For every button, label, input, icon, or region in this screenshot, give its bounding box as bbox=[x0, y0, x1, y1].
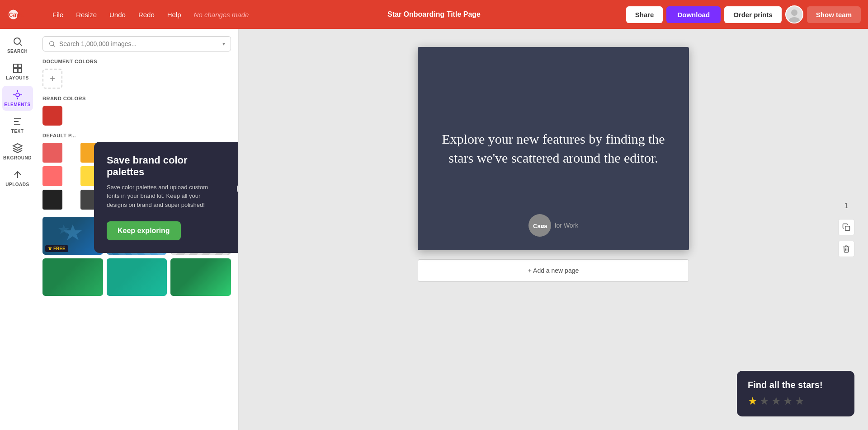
palette-swatch[interactable] bbox=[42, 166, 62, 186]
top-navigation: Ca nva File Resize Undo Redo Help No cha… bbox=[0, 0, 868, 29]
nav-redo[interactable]: Redo bbox=[133, 7, 160, 22]
order-prints-button[interactable]: Order prints bbox=[724, 6, 782, 23]
svg-point-4 bbox=[791, 9, 797, 16]
nav-resize[interactable]: Resize bbox=[71, 7, 102, 22]
svg-point-6 bbox=[14, 38, 20, 44]
copy-page-button[interactable] bbox=[838, 219, 854, 235]
palette-swatch-black[interactable] bbox=[42, 190, 62, 210]
canva-watermark-logo: Can va bbox=[528, 214, 551, 237]
page-number: 1 bbox=[838, 202, 854, 210]
bg-tile[interactable] bbox=[170, 258, 231, 296]
sidebar-uploads-label: UPLOADS bbox=[5, 182, 29, 187]
star-4: ★ bbox=[783, 395, 793, 407]
svg-point-12 bbox=[16, 93, 19, 97]
free-badge: ♛ FREE bbox=[45, 245, 68, 252]
sidebar-elements-label: ELEMENTS bbox=[4, 102, 30, 107]
brand-color-swatch[interactable] bbox=[42, 106, 62, 126]
chevron-down-icon: ▾ bbox=[222, 41, 225, 47]
nav-right-actions: Share Download Order prints Show team bbox=[626, 5, 861, 23]
astronaut-illustration bbox=[226, 154, 239, 213]
svg-text:va: va bbox=[541, 223, 547, 229]
show-team-button[interactable]: Show team bbox=[807, 6, 861, 23]
sidebar-item-search[interactable]: SEARCH bbox=[2, 33, 33, 57]
svg-text:nva: nva bbox=[15, 12, 24, 18]
canvas-page[interactable]: Explore your new features by finding the… bbox=[418, 47, 689, 250]
crown-icon: ♛ bbox=[48, 246, 52, 251]
nav-file[interactable]: File bbox=[47, 7, 69, 22]
svg-rect-11 bbox=[18, 69, 22, 72]
user-avatar[interactable] bbox=[785, 5, 803, 23]
document-title: Star Onboarding Title Page bbox=[387, 10, 481, 19]
star-2: ★ bbox=[760, 395, 769, 407]
svg-point-21 bbox=[236, 183, 239, 198]
sidebar-item-uploads[interactable]: UPLOADS bbox=[2, 166, 33, 191]
search-input[interactable] bbox=[59, 40, 219, 47]
svg-rect-8 bbox=[14, 64, 17, 68]
canvas-area: Explore your new features by finding the… bbox=[239, 29, 868, 430]
sidebar-icons: SEARCH LAYOUTS ELEMENTS TEXT bbox=[0, 29, 35, 430]
sidebar-item-text[interactable]: TEXT bbox=[2, 112, 33, 137]
sidebar-item-bkground[interactable]: BKGROUND bbox=[2, 139, 33, 164]
star-3: ★ bbox=[771, 395, 781, 407]
palette-swatch[interactable] bbox=[42, 143, 62, 163]
copy-icon bbox=[842, 223, 850, 231]
add-color-button[interactable]: + bbox=[42, 69, 62, 89]
bg-tile[interactable] bbox=[107, 258, 167, 296]
brand-color-popup: Save brand color palettes Save color pal… bbox=[94, 142, 239, 253]
image-search-bar[interactable]: ▾ bbox=[42, 36, 231, 51]
star-5: ★ bbox=[795, 395, 805, 407]
document-colors-label: DOCUMENT COLORS bbox=[42, 59, 231, 64]
canvas-watermark: Can va for Work bbox=[528, 214, 579, 237]
canvas-page-text: Explore your new features by finding the… bbox=[418, 130, 689, 168]
share-button[interactable]: Share bbox=[626, 6, 663, 23]
canva-logo[interactable]: Ca nva bbox=[7, 6, 43, 23]
brand-colors-label: BRAND COLORS bbox=[42, 96, 231, 101]
popup-content: Save brand color palettes Save color pal… bbox=[107, 154, 239, 213]
svg-line-7 bbox=[19, 44, 21, 46]
brand-colors-section: BRAND COLORS bbox=[42, 96, 231, 126]
no-changes-status: No changes made bbox=[189, 7, 255, 22]
sidebar-text-label: TEXT bbox=[11, 129, 24, 134]
stars-row: ★ ★ ★ ★ ★ bbox=[748, 395, 844, 407]
colors-panel: ▾ DOCUMENT COLORS + BRAND COLORS DEFAULT… bbox=[35, 29, 239, 430]
svg-point-13 bbox=[50, 42, 54, 46]
nav-help[interactable]: Help bbox=[162, 7, 187, 22]
default-palettes-label: DEFAULT P... bbox=[42, 133, 231, 138]
search-icon bbox=[48, 40, 56, 47]
nav-undo[interactable]: Undo bbox=[104, 7, 131, 22]
stars-toast-title: Find all the stars! bbox=[748, 380, 844, 390]
svg-rect-32 bbox=[845, 226, 850, 231]
svg-rect-10 bbox=[14, 69, 17, 72]
keep-exploring-button[interactable]: Keep exploring bbox=[107, 221, 181, 240]
sidebar-search-label: SEARCH bbox=[7, 49, 28, 54]
sidebar-layouts-label: LAYOUTS bbox=[6, 75, 28, 80]
bg-tile[interactable] bbox=[42, 258, 103, 296]
popup-description: Save color palettes and upload custom fo… bbox=[107, 183, 219, 210]
stars-toast: Find all the stars! ★ ★ ★ ★ ★ bbox=[737, 371, 854, 416]
add-new-page-button[interactable]: + Add a new page bbox=[418, 259, 689, 282]
svg-line-14 bbox=[53, 45, 55, 47]
watermark-text: for Work bbox=[555, 222, 579, 229]
sidebar-bkground-label: BKGROUND bbox=[3, 155, 32, 160]
sidebar-item-elements[interactable]: ELEMENTS bbox=[2, 86, 33, 111]
svg-rect-9 bbox=[18, 64, 22, 68]
nav-menu: File Resize Undo Redo Help No changes ma… bbox=[47, 7, 626, 22]
download-button[interactable]: Download bbox=[666, 6, 721, 23]
delete-page-button[interactable] bbox=[838, 241, 854, 257]
star-1: ★ bbox=[748, 395, 758, 407]
popup-title: Save brand color palettes bbox=[107, 154, 219, 178]
trash-icon bbox=[842, 245, 850, 253]
popup-text: Save brand color palettes Save color pal… bbox=[107, 154, 219, 209]
main-layout: SEARCH LAYOUTS ELEMENTS TEXT bbox=[0, 29, 868, 430]
right-tools: 1 bbox=[838, 202, 854, 257]
sidebar-item-layouts[interactable]: LAYOUTS bbox=[2, 59, 33, 84]
